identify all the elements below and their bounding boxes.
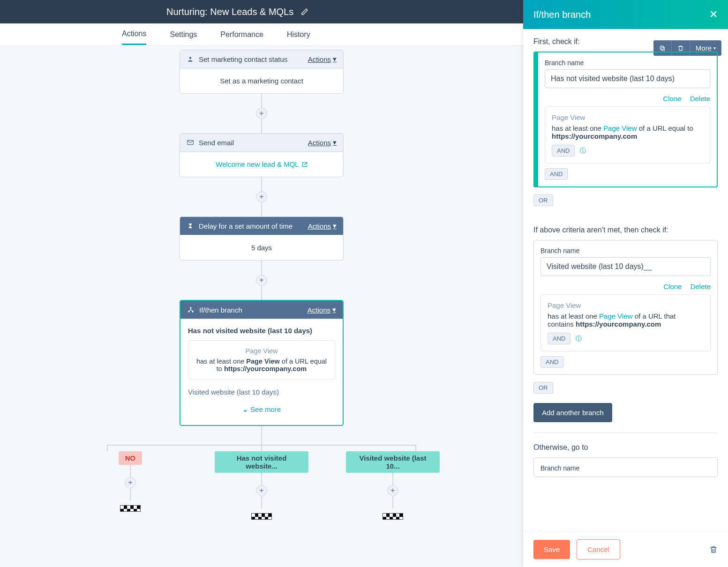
add-action-button[interactable]: + [256,485,267,496]
page-view-heading: Page View [552,113,703,121]
page-title: Nurturing: New Leads & MQLs [166,7,293,17]
branch-panel-1[interactable]: Branch name Clone Delete Page View has a… [533,52,718,187]
edit-title-icon[interactable] [301,8,308,15]
page-view-label: Page View [195,347,328,355]
svg-point-0 [189,57,192,59]
person-icon [187,55,194,63]
hourglass-icon [187,222,194,230]
second-check-label: If above criteria aren't met, then check… [533,226,718,234]
branch-name-label: Branch name [540,464,711,472]
end-marker [383,513,403,520]
and-pill[interactable]: AND [540,356,563,368]
branch-name-input-2[interactable] [540,257,711,276]
or-pill[interactable]: OR [533,194,553,206]
add-action-button[interactable]: + [256,275,267,286]
tab-history[interactable]: History [287,25,310,45]
connector [261,261,262,275]
card-delay[interactable]: Delay for a set amount of time Actions ▾… [180,216,344,261]
clone-link[interactable]: Clone [663,283,682,291]
info-icon[interactable]: ⓘ [576,335,582,342]
delete-link[interactable]: Delete [690,283,711,291]
end-marker [120,505,141,512]
and-pill[interactable]: AND [545,168,568,180]
svg-rect-5 [661,47,664,50]
add-action-button[interactable]: + [256,191,267,202]
svg-point-3 [188,311,190,313]
sidebar-panel: If/then branch ✕ More ▾ First, check if:… [523,0,728,567]
filter-box-2[interactable]: Page View has at least one Page View of … [540,294,711,351]
card-title: If/then branch [199,306,242,314]
add-action-button[interactable]: + [256,108,267,119]
tab-actions[interactable]: Actions [122,24,146,45]
or-pill[interactable]: OR [533,382,553,394]
end-marker [251,513,272,520]
close-icon[interactable]: ✕ [709,8,718,21]
tab-settings[interactable]: Settings [170,25,197,45]
email-icon [187,139,194,146]
card-actions-menu[interactable]: Actions ▾ [308,138,337,147]
sidebar-footer: Save Cancel [523,531,728,567]
add-action-button[interactable]: + [387,485,398,496]
branch-name-label: Branch name [545,59,710,67]
filter-box-1[interactable]: Page View has at least one Page View of … [545,106,710,164]
and-pill[interactable]: AND [548,333,570,344]
add-action-button[interactable]: + [125,477,136,488]
clone-link[interactable]: Clone [663,95,681,103]
svg-point-4 [192,311,194,313]
card-body: 5 days [180,235,343,260]
card-if-then-branch[interactable]: If/then branch Actions ▾ Has not visited… [180,300,344,426]
connector [261,426,262,445]
cancel-button[interactable]: Cancel [577,539,620,560]
card-title: Set marketing contact status [199,55,287,63]
branch-name-label: Branch name [540,247,711,254]
branch-icon [187,306,195,313]
branch-label-2[interactable]: Visited website (last 10... [346,451,440,473]
and-pill[interactable]: AND [552,145,575,157]
branch-panel-otherwise[interactable]: Branch name [533,457,718,477]
add-another-branch-button[interactable]: Add another branch [533,403,612,422]
card-actions-menu[interactable]: Actions ▾ [308,306,336,314]
svg-point-2 [190,307,192,309]
page-view-heading: Page View [548,301,704,309]
sidebar-header: If/then branch ✕ [523,0,728,29]
branch-2-title: Visited website (last 10 days) [188,388,335,396]
branch-panel-2[interactable]: Branch name Clone Delete Page View has a… [533,240,718,375]
criteria-box[interactable]: Page View has at least one Page View of … [188,340,335,380]
email-link[interactable]: Welcome new lead & MQL [216,160,307,168]
card-send-email[interactable]: Send email Actions ▾ Welcome new lead & … [180,133,344,177]
save-button[interactable]: Save [533,540,570,559]
connector [261,177,262,191]
sidebar-title: If/then branch [533,9,591,20]
otherwise-label: Otherwise, go to [533,443,718,452]
card-actions-menu[interactable]: Actions ▾ [308,55,337,63]
tab-performance[interactable]: Performance [220,25,263,45]
card-title: Send email [199,139,234,147]
card-title: Delay for a set amount of time [199,222,293,230]
connector [261,286,262,300]
divider [533,433,718,433]
card-set-marketing-status[interactable]: Set marketing contact status Actions ▾ S… [180,50,344,94]
branch-label-no[interactable]: NO [119,451,143,465]
branch-label-1[interactable]: Has not visited website... [215,451,308,473]
branch-name-input-1[interactable] [545,69,710,88]
see-more-button[interactable]: See more [188,402,335,418]
workflow-canvas[interactable]: Set marketing contact status Actions ▾ S… [0,47,523,567]
branch-1-title: Has not visited website (last 10 days) [188,327,335,335]
svg-rect-6 [660,46,663,49]
connector [261,94,262,108]
card-body: Set as a marketing contact [180,68,343,93]
delete-link[interactable]: Delete [690,95,710,103]
connector [261,119,262,133]
trash-icon[interactable] [709,545,718,554]
connector [261,202,262,216]
card-actions-menu[interactable]: Actions ▾ [308,222,337,230]
info-icon[interactable]: ⓘ [580,147,586,154]
